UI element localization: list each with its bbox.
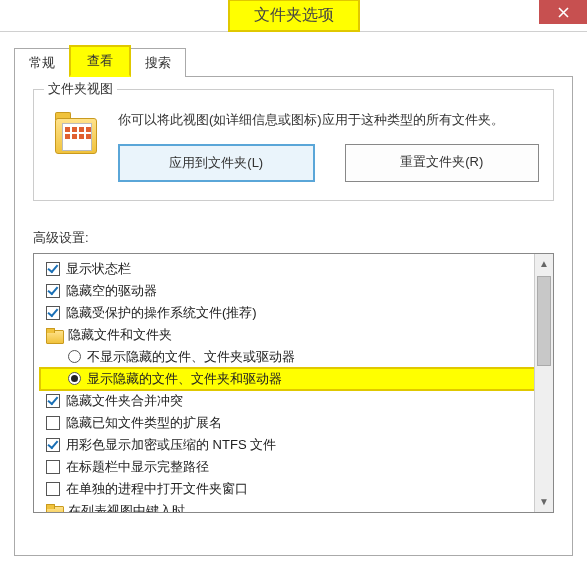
tree-row-label: 显示状态栏 [66,260,131,278]
tree-row-label: 显示隐藏的文件、文件夹和驱动器 [87,370,282,388]
tree-row-label: 隐藏文件夹合并冲突 [66,392,183,410]
tree-row[interactable]: 显示状态栏 [40,258,549,280]
apply-to-folders-button[interactable]: 应用到文件夹(L) [118,144,315,182]
scrollbar[interactable]: ▲ ▼ [534,254,553,512]
folder-large-icon [48,110,104,182]
scroll-up-arrow[interactable]: ▲ [535,254,553,274]
checkbox[interactable] [46,416,60,430]
checkbox[interactable] [46,262,60,276]
tree-row-label: 不显示隐藏的文件、文件夹或驱动器 [87,348,295,366]
tree-row-label: 隐藏文件和文件夹 [68,326,172,344]
tab-search[interactable]: 搜索 [130,48,186,77]
close-button[interactable] [539,0,587,24]
checkbox[interactable] [46,460,60,474]
advanced-settings-tree[interactable]: 显示状态栏隐藏空的驱动器隐藏受保护的操作系统文件(推荐)隐藏文件和文件夹不显示隐… [33,253,554,513]
tab-view[interactable]: 查看 [69,45,131,77]
advanced-settings-label: 高级设置: [33,229,554,247]
checkbox[interactable] [46,284,60,298]
radio[interactable] [68,350,81,363]
titlebar: 文件夹选项 [0,0,587,32]
tree-row[interactable]: 隐藏受保护的操作系统文件(推荐) [40,302,549,324]
tree-row[interactable]: 隐藏已知文件类型的扩展名 [40,412,549,434]
tree-row[interactable]: 隐藏文件和文件夹 [40,324,549,346]
tree-row-label: 在列表视图中键入时 [68,502,185,513]
radio[interactable] [68,372,81,385]
checkbox[interactable] [46,306,60,320]
tree-row[interactable]: 用彩色显示加密或压缩的 NTFS 文件 [40,434,549,456]
reset-folders-button[interactable]: 重置文件夹(R) [345,144,540,182]
folder-icon [46,328,62,342]
checkbox[interactable] [46,438,60,452]
tree-row[interactable]: 不显示隐藏的文件、文件夹或驱动器 [40,346,549,368]
checkbox[interactable] [46,482,60,496]
folder-views-description: 你可以将此视图(如详细信息或图标)应用于这种类型的所有文件夹。 [118,110,539,130]
tree-row[interactable]: 隐藏空的驱动器 [40,280,549,302]
dialog-body: 常规 查看 搜索 文件夹视图 你可以将此视图(如详细信息或图标)应用于这种类型的… [0,32,587,556]
close-icon [558,7,569,18]
tree-row[interactable]: 显示隐藏的文件、文件夹和驱动器 [40,368,549,390]
tab-general[interactable]: 常规 [14,48,70,77]
window-title: 文件夹选项 [228,0,360,32]
folder-views-group: 文件夹视图 你可以将此视图(如详细信息或图标)应用于这种类型的所有文件夹。 应用… [33,89,554,201]
tree-row-label: 在单独的进程中打开文件夹窗口 [66,480,248,498]
tree-row-label: 隐藏受保护的操作系统文件(推荐) [66,304,257,322]
checkbox[interactable] [46,394,60,408]
tree-row[interactable]: 隐藏文件夹合并冲突 [40,390,549,412]
tree-row-label: 隐藏空的驱动器 [66,282,157,300]
folder-views-label: 文件夹视图 [44,80,117,98]
tree-row[interactable]: 在单独的进程中打开文件夹窗口 [40,478,549,500]
folder-icon [46,504,62,513]
tree-row[interactable]: 在标题栏中显示完整路径 [40,456,549,478]
tree-row[interactable]: 在列表视图中键入时 [40,500,549,513]
tree-row-label: 在标题栏中显示完整路径 [66,458,209,476]
scroll-down-arrow[interactable]: ▼ [535,492,553,512]
tabs: 常规 查看 搜索 [14,44,573,76]
tree-row-label: 隐藏已知文件类型的扩展名 [66,414,222,432]
tree-row-label: 用彩色显示加密或压缩的 NTFS 文件 [66,436,276,454]
scroll-thumb[interactable] [537,276,551,366]
tab-panel-view: 文件夹视图 你可以将此视图(如详细信息或图标)应用于这种类型的所有文件夹。 应用… [14,76,573,556]
